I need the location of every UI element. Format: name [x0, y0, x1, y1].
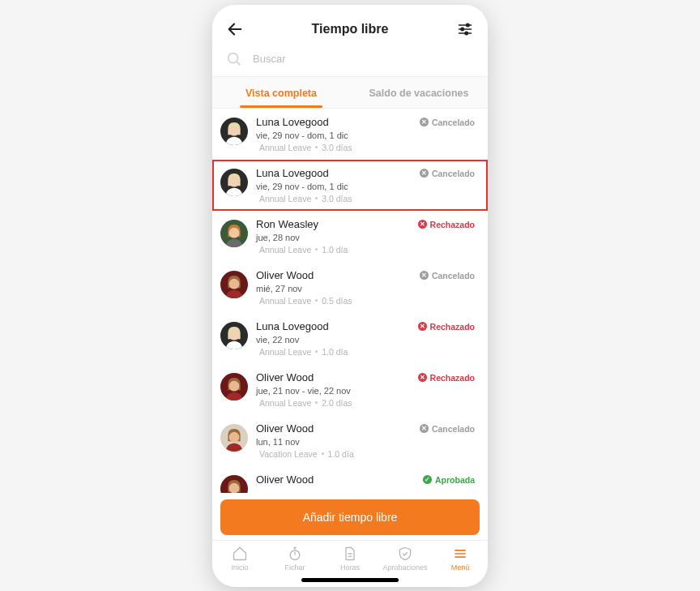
request-dates: jue, 28 nov [256, 233, 418, 242]
nav-approvals-label: Aprobaciones [382, 563, 427, 572]
request-dates: vie, 29 nov - dom, 1 dic [256, 131, 420, 140]
tab-balance[interactable]: Saldo de vacaciones [350, 77, 488, 108]
tab-full-view[interactable]: Vista completa [212, 77, 350, 108]
svg-point-7 [228, 53, 238, 62]
nav-hours-label: Horas [340, 563, 360, 572]
request-info: Oliver Wood [256, 473, 423, 488]
avatar-image [220, 118, 248, 145]
dot-separator [315, 401, 318, 404]
request-meta: Vacation Leave 1.0 día [256, 449, 420, 459]
dot-separator [322, 452, 324, 455]
search-input[interactable] [253, 53, 475, 65]
svg-point-6 [465, 32, 467, 34]
request-name: Oliver Wood [256, 422, 420, 435]
avatar [220, 373, 248, 400]
request-info: Oliver Wood lun, 11 nov Vacation Leave 1… [256, 422, 420, 459]
nav-clockin[interactable]: Fichar [267, 546, 322, 572]
request-info: Ron Weasley jue, 28 nov Annual Leave 1.0… [256, 218, 418, 255]
request-meta: Annual Leave 0.5 días [256, 296, 420, 306]
request-meta: Annual Leave 3.0 días [256, 143, 420, 152]
status-badge: ✕ Cancelado [420, 169, 475, 178]
request-item[interactable]: Luna Lovegood vie, 29 nov - dom, 1 dic A… [212, 160, 488, 211]
nav-home[interactable]: Inicio [212, 546, 267, 572]
request-type: Annual Leave [259, 347, 311, 357]
home-indicator [301, 578, 399, 582]
request-duration: 3.0 días [322, 143, 352, 152]
status-label: Rechazado [430, 373, 475, 383]
request-type: Annual Leave [259, 194, 311, 203]
status-label: Rechazado [430, 322, 475, 332]
nav-home-label: Inicio [231, 563, 248, 572]
shield-check-icon [397, 546, 413, 562]
dot-separator [315, 248, 318, 251]
request-type: Annual Leave [259, 143, 311, 152]
svg-point-14 [229, 227, 240, 238]
request-name: Luna Lovegood [256, 320, 418, 332]
svg-point-12 [229, 176, 240, 186]
request-name: Oliver Wood [256, 473, 423, 486]
page-title: Tiempo libre [312, 22, 389, 36]
status-badge: ✕ Rechazado [418, 322, 475, 332]
x-circle-icon: ✕ [420, 169, 429, 178]
status-badge: ✕ Cancelado [420, 424, 475, 434]
add-time-off-button[interactable]: Añadir tiempo libre [220, 499, 480, 535]
fab-area: Añadir tiempo libre [212, 493, 488, 540]
requests-list: Luna Lovegood vie, 29 nov - dom, 1 dic A… [212, 109, 488, 493]
x-circle-icon: ✕ [418, 373, 427, 382]
request-item[interactable]: Oliver Wood mié, 27 nov Annual Leave 0.5… [212, 262, 488, 313]
status-badge: ✕ Rechazado [418, 373, 475, 383]
avatar-image [220, 475, 248, 493]
svg-point-4 [461, 28, 463, 30]
nav-hours[interactable]: Horas [322, 546, 378, 572]
avatar [220, 220, 248, 247]
request-duration: 1.0 día [322, 347, 348, 357]
request-name: Oliver Wood [256, 371, 418, 383]
status-label: Cancelado [432, 271, 475, 281]
request-info: Luna Lovegood vie, 29 nov - dom, 1 dic A… [256, 116, 420, 152]
avatar-image [220, 169, 248, 196]
avatar [220, 169, 248, 196]
svg-point-18 [229, 329, 240, 340]
avatar [220, 322, 248, 349]
nav-clockin-label: Fichar [284, 563, 305, 572]
dot-separator [315, 146, 318, 148]
menu-icon [452, 546, 468, 562]
svg-point-20 [229, 380, 240, 391]
request-duration: 0.5 días [322, 296, 352, 306]
status-badge: ✕ Cancelado [420, 271, 475, 281]
request-dates: jue, 21 nov - vie, 22 nov [256, 386, 418, 396]
request-info: Oliver Wood mié, 27 nov Annual Leave 0.5… [256, 269, 420, 306]
status-label: Cancelado [432, 118, 475, 127]
request-type: Annual Leave [259, 296, 311, 306]
request-name: Ron Weasley [256, 218, 418, 230]
request-name: Oliver Wood [256, 269, 420, 281]
home-icon [232, 546, 248, 562]
x-circle-icon: ✕ [420, 118, 429, 126]
request-duration: 1.0 día [328, 449, 354, 459]
back-button[interactable] [225, 19, 245, 39]
status-badge: ✓ Aprobada [423, 475, 475, 485]
request-duration: 3.0 días [322, 194, 352, 203]
request-item[interactable]: Oliver Wood jue, 21 nov - vie, 22 nov An… [212, 364, 488, 415]
search-bar[interactable] [212, 47, 488, 76]
request-item[interactable]: Oliver Wood ✓ Aprobada [212, 466, 488, 493]
request-item[interactable]: Ron Weasley jue, 28 nov Annual Leave 1.0… [212, 211, 488, 262]
nav-menu-label: Menú [451, 563, 470, 572]
x-circle-icon: ✕ [418, 220, 427, 229]
nav-approvals[interactable]: Aprobaciones [378, 546, 433, 572]
request-item[interactable]: Luna Lovegood vie, 29 nov - dom, 1 dic A… [212, 109, 488, 160]
request-type: Annual Leave [259, 245, 311, 255]
request-duration: 2.0 días [322, 398, 352, 408]
request-item[interactable]: Luna Lovegood vie, 22 nov Annual Leave 1… [212, 313, 488, 364]
svg-point-16 [229, 278, 240, 289]
x-circle-icon: ✕ [420, 424, 429, 433]
arrow-left-icon [226, 20, 244, 38]
avatar-image [220, 373, 248, 400]
svg-point-24 [229, 482, 240, 492]
request-item[interactable]: Oliver Wood lun, 11 nov Vacation Leave 1… [212, 415, 488, 466]
svg-line-8 [237, 62, 240, 65]
nav-menu[interactable]: Menú [433, 546, 488, 572]
app-header: Tiempo libre [212, 5, 488, 47]
filter-button[interactable] [455, 19, 475, 39]
avatar [220, 424, 248, 452]
